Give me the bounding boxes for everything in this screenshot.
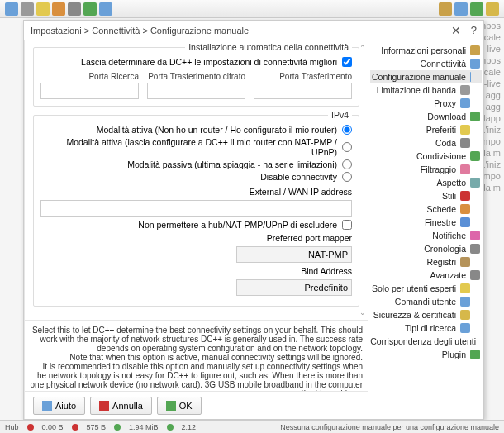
port-mapper-select[interactable]	[236, 246, 352, 263]
tree-item[interactable]: Plugin	[370, 348, 482, 361]
settings-dialog: ✕ ? Impostazioni > Connettività > Config…	[23, 20, 484, 420]
tree-item[interactable]: Limitazione di banda	[370, 83, 482, 97]
tree-label: Download	[427, 112, 466, 121]
tree-item[interactable]: Informazioni personali	[370, 44, 482, 57]
help-icon[interactable]: ?	[471, 24, 477, 36]
status-val: 0.00 B	[42, 423, 64, 431]
tree-item[interactable]: Avanzate	[370, 269, 482, 282]
tree-label: Condivisione	[416, 151, 466, 161]
toolbar-icon[interactable]	[21, 2, 34, 16]
tree-item[interactable]: Filtraggio	[370, 163, 482, 176]
status-hint: Nessuna configurazione manuale per una c…	[280, 423, 499, 431]
tree-label: Limitazione di banda	[377, 85, 456, 95]
tree-label: Cronologia	[424, 244, 466, 254]
toolbar-icon[interactable]	[439, 2, 452, 16]
tree-label: Aspetto	[436, 178, 466, 188]
tree-item[interactable]: Solo per utenti esperti	[370, 282, 482, 295]
tree-item[interactable]: Notifiche	[370, 229, 482, 242]
checkbox-label: Non permettere a hub/NAT-PMP/UPnP di esc…	[138, 220, 337, 230]
tree-icon	[470, 231, 480, 240]
tree-item[interactable]: Cronologia	[370, 242, 482, 255]
tree-item[interactable]: Connettività	[370, 57, 482, 70]
tree-item[interactable]: Configurazione manuale	[370, 70, 482, 83]
ok-button[interactable]: OK	[157, 397, 202, 415]
tree-label: Avanzate	[430, 270, 466, 280]
status-dot-icon	[114, 424, 121, 431]
status-dot-icon	[27, 424, 34, 431]
tree-label: Plugin	[442, 350, 466, 359]
tree-item[interactable]: Coda	[370, 136, 482, 150]
tree-item[interactable]: Sicurezza & certificati	[370, 308, 482, 321]
port-label: Porta Trasferimento cifrato	[148, 72, 245, 81]
port-mapper-label: Preferred port mapper	[267, 233, 352, 243]
status-val: 1.94 MiB	[129, 423, 159, 431]
settings-tree[interactable]: Informazioni personaliConnettivitàConfig…	[368, 40, 483, 419]
tree-icon	[460, 217, 470, 227]
tree-item[interactable]: Comandi utente	[370, 295, 482, 308]
tree-label: Connettività	[421, 59, 466, 69]
tree-item[interactable]: Preferiti	[370, 123, 482, 136]
toolbar-icon[interactable]	[36, 2, 50, 16]
tree-icon	[460, 204, 470, 214]
toolbar-icon[interactable]	[5, 2, 18, 16]
dialog-titlebar: ✕ ? Impostazioni > Connettività > Config…	[24, 21, 483, 40]
status-val: 575 B	[87, 423, 107, 431]
tree-label: Registri	[426, 257, 456, 267]
tree-icon	[470, 244, 480, 254]
tree-item[interactable]: Tipi di ricerca	[370, 321, 482, 335]
toolbar-icon[interactable]	[99, 2, 112, 16]
scroll-down-icon[interactable]: ⌄	[359, 308, 366, 316]
group-title: Installazione automatica della connettiv…	[185, 42, 352, 52]
radio-passive[interactable]: Modalità passiva (ultima spiaggia - ha s…	[40, 159, 352, 169]
tree-item[interactable]: Finestre	[370, 216, 482, 229]
no-override-checkbox[interactable]: Non permettere a hub/NAT-PMP/UPnP di esc…	[40, 220, 352, 230]
tree-label: Preferiti	[426, 125, 456, 135]
toolbar-icon[interactable]	[454, 2, 468, 16]
toolbar-icon[interactable]	[470, 2, 483, 16]
tree-item[interactable]: Corrispondenza degli utenti	[370, 335, 482, 348]
toolbar-icon[interactable]	[83, 2, 97, 16]
tree-item[interactable]: Schede	[370, 202, 482, 216]
help-button[interactable]: Aiuto	[33, 397, 85, 415]
tree-label: Coda	[435, 138, 456, 148]
tls-port-input[interactable]	[147, 83, 245, 99]
radio-active-upnp[interactable]: Modalità attiva (lascia configurare a DC…	[40, 137, 352, 157]
radio-active-direct[interactable]: Modalità attiva (Non ho un router / Ho c…	[40, 125, 352, 135]
group-title: IPv4	[328, 110, 352, 120]
status-val: 2.12	[182, 423, 197, 431]
tree-item[interactable]: Condivisione	[370, 150, 482, 163]
tree-item[interactable]: Stili	[370, 189, 482, 202]
auto-detect-checkbox[interactable]: Lascia determinare da DC++ le impostazio…	[40, 57, 352, 67]
search-port-input[interactable]	[40, 83, 139, 99]
tree-icon	[460, 191, 470, 201]
tree-icon	[470, 270, 480, 280]
toolbar-icon[interactable]	[486, 2, 499, 16]
bind-address-select[interactable]	[236, 279, 352, 296]
cancel-button[interactable]: Annulla	[90, 397, 152, 415]
tree-icon	[460, 297, 470, 307]
tree-item[interactable]: Proxy	[370, 97, 482, 110]
tree-item[interactable]: Download	[370, 110, 482, 123]
dialog-buttons: OK Annulla Aiuto	[25, 391, 368, 419]
description-box: Select this to let DC++ determine the be…	[25, 320, 368, 391]
tree-icon	[460, 283, 470, 293]
group-auto: Installazione automatica della connettiv…	[33, 47, 359, 107]
tree-label: Corrispondenza degli utenti	[370, 336, 476, 346]
toolbar-icon[interactable]	[52, 2, 65, 16]
tree-label: Filtraggio	[421, 164, 456, 174]
checkbox-input[interactable]	[342, 57, 352, 67]
external-ip-input[interactable]	[40, 200, 352, 216]
bind-label: Bind Address	[301, 266, 352, 276]
tree-label: Notifiche	[432, 231, 466, 240]
toolbar-icon[interactable]	[68, 2, 81, 16]
close-icon[interactable]: ✕	[451, 24, 461, 37]
port-label: Porta Ricerca	[88, 72, 139, 81]
radio-disable[interactable]: Disable connectivity	[40, 172, 352, 182]
tree-item[interactable]: Registri	[370, 255, 482, 269]
status-hub: Hub	[5, 423, 19, 431]
transfer-port-input[interactable]	[254, 83, 352, 99]
checkbox-input[interactable]	[342, 220, 352, 230]
group-ipv4: IPv4 Modalità attiva (Non ho un router /…	[33, 115, 359, 307]
scroll-up-icon[interactable]: ⌃	[359, 44, 366, 52]
tree-item[interactable]: Aspetto	[370, 176, 482, 189]
